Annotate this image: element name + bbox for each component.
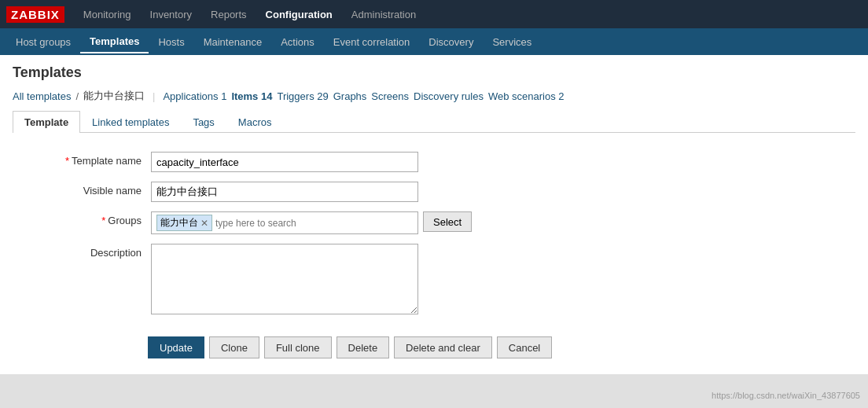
- nav-configuration[interactable]: Configuration: [256, 4, 342, 25]
- breadcrumb-current: 能力中台接口: [83, 89, 145, 103]
- full-clone-button[interactable]: Full clone: [264, 336, 332, 358]
- update-button[interactable]: Update: [148, 336, 204, 358]
- sub-tab-linked-templates[interactable]: Linked templates: [80, 111, 181, 133]
- nav-templates[interactable]: Templates: [80, 31, 149, 53]
- breadcrumb-all-templates[interactable]: All templates: [13, 90, 71, 102]
- nav-reports[interactable]: Reports: [201, 4, 256, 25]
- nav-maintenance[interactable]: Maintenance: [194, 31, 271, 53]
- tab-items[interactable]: Items 14: [231, 90, 272, 102]
- group-tag-capacity: 能力中台 ✕: [156, 215, 212, 231]
- groups-input-box[interactable]: 能力中台 ✕: [151, 211, 418, 234]
- visible-name-row: Visible name: [25, 182, 843, 202]
- groups-label: *Groups: [25, 211, 151, 226]
- page-content: Templates All templates / 能力中台接口 | Appli…: [0, 55, 868, 374]
- page-title: Templates: [13, 64, 855, 81]
- tab-triggers[interactable]: Triggers 29: [277, 90, 328, 102]
- action-buttons: Update Clone Full clone Delete Delete an…: [13, 330, 855, 365]
- sub-tab-tags[interactable]: Tags: [181, 111, 226, 133]
- delete-and-clear-button[interactable]: Delete and clear: [394, 336, 492, 358]
- zabbix-logo: ZABBIX: [6, 6, 64, 23]
- select-button[interactable]: Select: [423, 211, 472, 232]
- nav-actions[interactable]: Actions: [271, 31, 324, 53]
- template-name-label: *Template name: [25, 152, 151, 167]
- cancel-button[interactable]: Cancel: [497, 336, 552, 358]
- template-name-input[interactable]: [151, 152, 418, 172]
- description-label: Description: [25, 244, 151, 259]
- template-name-row: *Template name: [25, 152, 843, 172]
- breadcrumb-separator: /: [75, 90, 79, 102]
- delete-button[interactable]: Delete: [337, 336, 390, 358]
- watermark: https://blog.csdn.net/waiXin_43877605: [712, 391, 860, 400]
- nav-inventory[interactable]: Inventory: [141, 4, 201, 25]
- tab-applications[interactable]: Applications 1: [163, 90, 226, 102]
- sub-tab-macros[interactable]: Macros: [226, 111, 284, 133]
- template-form: *Template name Visible name *Groups 能力中台…: [13, 145, 855, 330]
- tab-screens[interactable]: Screens: [371, 90, 409, 102]
- required-star-groups: *: [101, 215, 105, 226]
- visible-name-label: Visible name: [25, 182, 151, 197]
- top-navigation: ZABBIX Monitoring Inventory Reports Conf…: [0, 0, 868, 28]
- nav-administration[interactable]: Administration: [342, 4, 425, 25]
- clone-button[interactable]: Clone: [209, 336, 259, 358]
- groups-row: *Groups 能力中台 ✕ Select: [25, 211, 843, 234]
- group-tag-label: 能力中台: [160, 216, 198, 230]
- nav-event-correlation[interactable]: Event correlation: [324, 31, 420, 53]
- second-navigation: Host groups Templates Hosts Maintenance …: [0, 28, 868, 55]
- sub-tab-template[interactable]: Template: [13, 111, 80, 133]
- nav-hosts[interactable]: Hosts: [149, 31, 193, 53]
- sub-tabs: Template Linked templates Tags Macros: [13, 111, 855, 133]
- nav-host-groups[interactable]: Host groups: [6, 31, 80, 53]
- required-star: *: [65, 155, 69, 167]
- nav-monitoring[interactable]: Monitoring: [74, 4, 141, 25]
- description-row: Description: [25, 244, 843, 314]
- groups-container: 能力中台 ✕ Select: [151, 211, 472, 234]
- visible-name-input[interactable]: [151, 182, 418, 202]
- description-textarea[interactable]: [151, 244, 418, 314]
- tab-graphs[interactable]: Graphs: [333, 90, 367, 102]
- tab-web-scenarios[interactable]: Web scenarios 2: [488, 90, 565, 102]
- breadcrumb-divider: |: [153, 90, 155, 102]
- nav-services[interactable]: Services: [483, 31, 541, 53]
- group-tag-remove[interactable]: ✕: [200, 219, 208, 228]
- tab-discovery-rules[interactable]: Discovery rules: [414, 90, 484, 102]
- nav-discovery[interactable]: Discovery: [419, 31, 483, 53]
- groups-search-input[interactable]: [215, 218, 413, 229]
